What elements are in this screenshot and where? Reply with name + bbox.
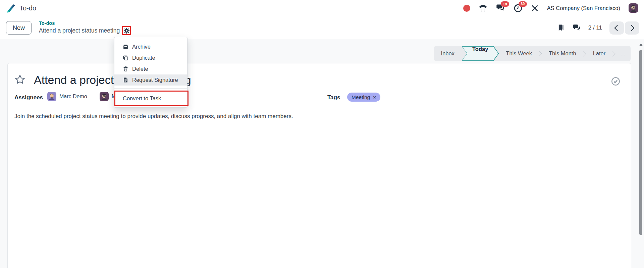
new-button[interactable]: New bbox=[6, 21, 32, 35]
breadcrumb-parent-link[interactable]: To-dos bbox=[39, 20, 131, 26]
assignees-label: Assignees bbox=[14, 94, 43, 101]
menu-item-duplicate[interactable]: Duplicate bbox=[114, 52, 187, 63]
menu-divider bbox=[114, 88, 187, 89]
messages-icon[interactable]: 18 bbox=[496, 4, 505, 12]
activities-badge: 39 bbox=[519, 1, 527, 7]
stage-inbox[interactable]: Inbox bbox=[434, 46, 462, 61]
gear-dropdown-menu: Archive Duplicate Delete Request Signa bbox=[114, 37, 187, 108]
stage-later[interactable]: Later bbox=[586, 46, 613, 61]
activities-clock-icon[interactable]: 39 bbox=[514, 4, 523, 13]
chevron-left-icon bbox=[614, 25, 620, 31]
gear-highlight-box bbox=[122, 26, 131, 35]
assignee-name: Marc Demo bbox=[59, 94, 87, 100]
breadcrumb-current: Attend a project status meeting bbox=[39, 27, 120, 34]
tag-label: Meeting bbox=[352, 94, 370, 100]
vertical-scrollbar bbox=[638, 40, 643, 268]
pager-value: 2 / 11 bbox=[588, 24, 602, 31]
bookmark-icon[interactable] bbox=[557, 24, 565, 32]
pager-previous-button[interactable] bbox=[609, 21, 624, 35]
voip-phone-icon[interactable] bbox=[479, 4, 487, 12]
stage-this-week[interactable]: This Week bbox=[499, 46, 539, 61]
breadcrumb: To-dos Attend a project status meeting bbox=[39, 20, 131, 35]
stage-this-month[interactable]: This Month bbox=[542, 46, 583, 61]
systray: 18 39 AS Company (San Francisco) bbox=[463, 0, 638, 16]
stage-more[interactable]: ... bbox=[615, 46, 631, 61]
scrollbar-up-arrow[interactable] bbox=[639, 43, 643, 46]
signature-document-icon bbox=[123, 77, 128, 83]
menu-item-request-signature[interactable]: Request Signature bbox=[114, 74, 187, 86]
top-nav-bar: To-do 18 bbox=[0, 0, 644, 16]
recording-indicator-icon[interactable] bbox=[463, 5, 470, 12]
pager-next-button[interactable] bbox=[625, 21, 639, 35]
duplicate-icon bbox=[123, 55, 128, 61]
task-description[interactable]: Join the scheduled project status meetin… bbox=[14, 113, 450, 120]
menu-item-archive[interactable]: Archive bbox=[114, 41, 187, 52]
todo-app-window: To-do 18 bbox=[0, 0, 644, 268]
control-panel-right: 2 / 11 bbox=[557, 16, 639, 40]
assignee-chip[interactable]: M bbox=[100, 92, 116, 101]
assignee-avatar bbox=[47, 92, 56, 101]
favorite-star-icon[interactable] bbox=[14, 74, 25, 85]
record-sheet: Attend a project status meeting Assignee… bbox=[7, 63, 631, 268]
remove-tag-icon[interactable]: × bbox=[373, 95, 376, 100]
archive-icon bbox=[123, 44, 128, 50]
messages-badge: 18 bbox=[501, 1, 509, 7]
tools-icon[interactable] bbox=[531, 4, 539, 12]
company-switcher[interactable]: AS Company (San Francisco) bbox=[547, 5, 620, 11]
scrollbar-thumb[interactable] bbox=[639, 50, 642, 235]
menu-item-delete[interactable]: Delete bbox=[114, 63, 187, 74]
chatter-toggle-icon[interactable] bbox=[572, 24, 581, 32]
control-panel: New To-dos Attend a project status meeti… bbox=[0, 16, 644, 40]
user-avatar[interactable] bbox=[629, 3, 638, 13]
app-name[interactable]: To-do bbox=[19, 4, 36, 12]
assignee-chip[interactable]: Marc Demo bbox=[47, 92, 87, 101]
chevron-right-icon bbox=[628, 25, 634, 31]
mark-done-icon[interactable] bbox=[611, 77, 620, 86]
form-view: Inbox Today This Week This Month Later .… bbox=[0, 40, 644, 268]
tags-label: Tags bbox=[327, 94, 340, 101]
menu-item-convert-to-task[interactable]: Convert to Task bbox=[114, 92, 187, 105]
trash-icon bbox=[123, 66, 128, 72]
todo-app-logo-icon[interactable] bbox=[6, 3, 16, 13]
assignee-avatar bbox=[100, 92, 109, 101]
gear-icon[interactable] bbox=[123, 28, 130, 34]
stage-today-active[interactable]: Today bbox=[462, 46, 499, 61]
tag-pill[interactable]: Meeting × bbox=[347, 93, 380, 102]
stage-statusbar: Inbox Today This Week This Month Later .… bbox=[434, 46, 631, 61]
